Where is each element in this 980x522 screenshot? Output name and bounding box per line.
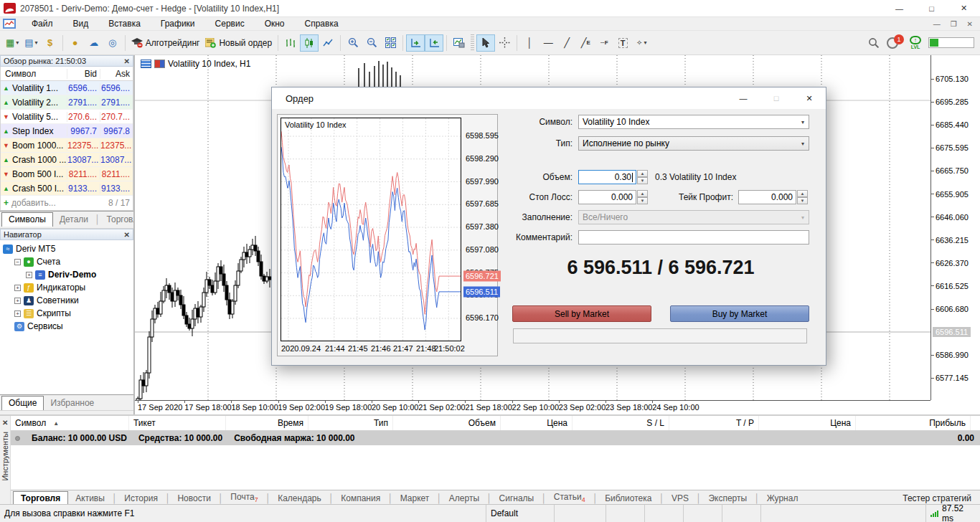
new-chart-button[interactable]: ▦▾ xyxy=(3,34,22,52)
column-header-Объем[interactable]: Объем xyxy=(393,416,501,430)
take-profit-stepper[interactable]: ▲▼ xyxy=(797,190,808,204)
volume-stepper[interactable]: ▲▼ xyxy=(637,170,648,184)
crosshair-tool-button[interactable] xyxy=(495,34,514,52)
status-profile[interactable]: Default xyxy=(486,505,554,522)
navigator-item-Счета[interactable]: −●Счета xyxy=(0,255,133,268)
toolbox-column-headers[interactable]: Символ▲ТикетВремяТипОбъемЦенаS / LT / PЦ… xyxy=(11,416,980,431)
column-header-Прибыль[interactable]: Прибыль xyxy=(856,416,971,430)
menu-Файл[interactable]: Файл xyxy=(22,18,63,29)
expand-icon[interactable]: + xyxy=(14,310,21,317)
market-watch-row[interactable]: ▼Volatility 5...270.6...270.7... xyxy=(1,110,133,124)
volume-input[interactable]: 0.30 xyxy=(578,170,636,184)
stop-loss-input[interactable]: 0.000 xyxy=(578,190,636,204)
toolbox-tab-Почта[interactable]: Почта7 xyxy=(223,490,265,506)
sell-by-market-button[interactable]: Sell by Market xyxy=(512,305,651,322)
expand-icon[interactable]: + xyxy=(14,285,21,291)
chart-profiles-button[interactable]: ▤▾ xyxy=(22,34,40,52)
column-header-T / P[interactable]: T / P xyxy=(669,416,759,430)
toolbox-side-tab[interactable]: Инструменты xyxy=(1,432,9,481)
zoom-out-button[interactable] xyxy=(362,34,381,52)
navigator-close-icon[interactable]: ✕ xyxy=(124,231,130,239)
column-header-Тип[interactable]: Тип xyxy=(308,416,393,430)
menu-Графики[interactable]: Графики xyxy=(151,18,205,29)
tile-windows-button[interactable] xyxy=(381,34,400,52)
minimize-button[interactable]: — xyxy=(883,0,915,16)
market-watch-columns[interactable]: Символ Bid Ask xyxy=(1,67,133,81)
comment-input[interactable] xyxy=(578,230,809,245)
notifications-button[interactable]: 1 xyxy=(887,36,903,50)
market-watch-row[interactable]: ▲Crash 500 I...9133....9133.... xyxy=(1,181,133,196)
column-header-Время[interactable]: Время xyxy=(226,416,308,430)
search-icon[interactable] xyxy=(868,37,880,49)
column-header-Тикет[interactable]: Тикет xyxy=(129,416,226,430)
chart-shift-button[interactable] xyxy=(425,34,443,52)
price-axis[interactable]: 6705.1306695.2856685.4406675.5956665.750… xyxy=(930,55,980,400)
zoom-in-button[interactable] xyxy=(344,34,362,52)
navigator-item-Deriv-Demo[interactable]: +≡Deriv-Demo xyxy=(0,268,133,281)
market-watch-row[interactable]: ▲Crash 1000 ...13087...13087... xyxy=(1,153,133,167)
child-restore-button[interactable]: ❐ xyxy=(951,20,957,28)
navigator-item-Советники[interactable]: +♟Советники xyxy=(0,294,133,307)
auto-scroll-button[interactable] xyxy=(406,34,425,52)
channel-tool-button[interactable]: ╱E xyxy=(576,34,595,52)
expand-icon[interactable]: + xyxy=(26,272,32,278)
navigator-item-Сервисы[interactable]: ⚙Сервисы xyxy=(0,320,133,333)
column-header-Цена[interactable]: Цена xyxy=(501,416,573,430)
menu-Окно[interactable]: Окно xyxy=(255,18,295,29)
menu-Справка[interactable]: Справка xyxy=(295,18,349,29)
market-watch-close-icon[interactable]: ✕ xyxy=(124,57,130,65)
cursor-tool-button[interactable] xyxy=(476,34,495,52)
vertical-line-tool-button[interactable]: │ xyxy=(520,34,539,52)
line-chart-button[interactable] xyxy=(319,34,337,52)
market-watch-row[interactable]: ▲Volatility 1...6596....6596.... xyxy=(1,81,133,95)
column-header-Цена[interactable]: Цена xyxy=(759,416,856,430)
symbol-select[interactable]: Volatility 10 Index▾ xyxy=(578,115,809,129)
toolbox-close-icon[interactable]: ✕ xyxy=(2,419,8,427)
dialog-minimize-button[interactable]: — xyxy=(727,87,760,109)
dialog-close-button[interactable]: ✕ xyxy=(793,87,826,109)
expand-icon[interactable]: + xyxy=(14,298,21,304)
shapes-tool-button[interactable]: ✧▾ xyxy=(632,34,651,52)
text-tool-button[interactable]: T xyxy=(613,34,632,52)
maximize-button[interactable]: □ xyxy=(915,0,948,16)
order-type-select[interactable]: Исполнение по рынку▾ xyxy=(578,136,809,151)
menu-Сервис[interactable]: Сервис xyxy=(205,18,255,29)
new-order-button[interactable]: Новый ордер xyxy=(202,34,275,52)
take-profit-input[interactable]: 0.000 xyxy=(738,190,796,204)
child-close-button[interactable]: ✕ xyxy=(967,20,973,28)
toolbox-tab-Статьи[interactable]: Статьи4 xyxy=(547,490,593,506)
trend-line-tool-button[interactable]: ╱ xyxy=(557,34,576,52)
fibonacci-tool-button[interactable]: ┄F xyxy=(595,34,613,52)
navigator-item-Скрипты[interactable]: +☰Скрипты xyxy=(0,307,133,320)
stop-loss-stepper[interactable]: ▲▼ xyxy=(637,190,648,204)
deposit-button[interactable]: ● xyxy=(66,34,85,52)
market-watch-tab-2[interactable]: Детали xyxy=(53,213,95,227)
navigator-item-Индикаторы[interactable]: +ƒИндикаторы xyxy=(0,281,133,294)
column-header-S / L[interactable]: S / L xyxy=(573,416,669,430)
menu-Вставка[interactable]: Вставка xyxy=(98,18,151,29)
buy-by-market-button[interactable]: Buy by Market xyxy=(670,305,809,322)
toolbox-tab-Торговля[interactable]: Торговля xyxy=(13,491,68,506)
cloud-button[interactable]: ☁︎ xyxy=(85,34,103,52)
order-dialog-titlebar[interactable]: Ордер — □ ✕ xyxy=(272,87,826,109)
market-watch-row[interactable]: ▲Volatility 2...2791....2791.... xyxy=(1,95,133,110)
dialog-maximize-button[interactable]: □ xyxy=(760,87,793,109)
navigator-tab-1[interactable]: Общие xyxy=(1,396,44,410)
bar-chart-button[interactable] xyxy=(281,34,300,52)
horizontal-line-tool-button[interactable]: ― xyxy=(539,34,557,52)
menu-Вид[interactable]: Вид xyxy=(63,18,99,29)
collapse-dot-icon[interactable] xyxy=(15,436,20,441)
algo-trading-button[interactable]: Алготрейдинг xyxy=(128,34,203,52)
time-axis[interactable]: 17 Sep 202017 Sep 18:0018 Sep 10:0019 Se… xyxy=(135,400,930,414)
market-watch-row[interactable]: ▼Boom 500 I...8211....8211.... xyxy=(1,167,133,181)
close-button[interactable]: ✕ xyxy=(948,0,980,16)
navigator-item-Deriv MT5[interactable]: ≈Deriv MT5 xyxy=(0,242,133,255)
market-watch-toggle-button[interactable]: $ xyxy=(41,34,60,52)
market-watch-row[interactable]: ▲Step Index9967.79967.8 xyxy=(1,124,133,138)
column-header-Символ[interactable]: Символ▲ xyxy=(11,416,129,430)
one-click-trading-icon[interactable] xyxy=(141,60,151,68)
market-watch-tab-1[interactable]: Символы xyxy=(1,212,53,227)
market-watch-row[interactable]: ▼Boom 1000...12375...12375... xyxy=(1,138,133,153)
market-watch-add-row[interactable]: + добавить... 8 / 17 xyxy=(1,196,133,210)
lvl-indicator[interactable]: ↑ LVL xyxy=(910,36,921,50)
